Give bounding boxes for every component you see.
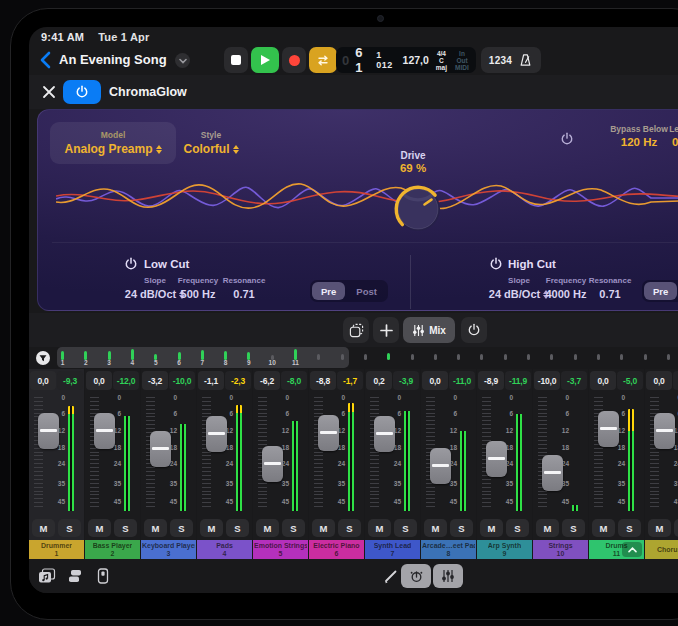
peak-level-value[interactable]: -12,0 [113,371,139,390]
volume-fader[interactable] [486,441,507,477]
volume-fader[interactable] [262,446,283,482]
stop-button[interactable] [224,47,248,73]
volume-fader[interactable] [94,413,115,449]
back-button[interactable] [37,50,55,70]
volume-value[interactable]: -8,9 [478,371,504,390]
volume-fader[interactable] [598,411,619,447]
volume-fader[interactable] [318,415,339,451]
channel-overview-strip[interactable]: 1234567891011 [29,347,678,369]
plugin-power-toggle[interactable] [63,80,101,104]
peak-level-value[interactable]: -8,0 [281,371,307,390]
song-menu-button[interactable] [175,53,190,68]
volume-value[interactable]: -6,2 [254,371,280,390]
solo-button[interactable]: S [450,519,473,537]
track-name-tile[interactable]: Electric Piano6 [309,540,364,559]
track-name-tile[interactable]: Arcade…eet Pad8 [421,540,476,559]
solo-button[interactable]: S [114,519,137,537]
filter-button[interactable] [32,348,54,368]
solo-button[interactable]: S [170,519,193,537]
duplicate-button[interactable] [343,317,369,343]
channel-strip[interactable]: -10,0-3,7061218243545MSStrings10 [533,369,588,559]
mute-button[interactable]: M [256,519,279,537]
edit-button[interactable] [381,566,401,586]
volume-value[interactable]: -3,2 [142,371,168,390]
metronome-icon[interactable] [518,53,533,68]
collapse-stack-button[interactable] [622,542,642,557]
peak-level-value[interactable]: -11,0 [449,371,475,390]
mix-mode-button[interactable]: Mix [403,317,455,343]
channel-strip[interactable]: -1,1-2,3061218243545MSPads4 [197,369,252,559]
channel-strip-button[interactable] [93,566,113,586]
mixer-power-button[interactable] [461,317,487,343]
level-control[interactable]: Level 0.0 [645,124,678,148]
add-track-button[interactable] [373,317,399,343]
track-name-tile[interactable]: Arp Synth9 [477,540,532,559]
peak-level-value[interactable]: -10,0 [169,371,195,390]
solo-button[interactable]: S [338,519,361,537]
volume-value[interactable]: 0,0 [422,371,448,390]
solo-button[interactable]: S [226,519,249,537]
volume-value[interactable]: 0,0 [30,371,56,390]
solo-button[interactable]: S [58,519,81,537]
peak-level-value[interactable]: -9,3 [57,371,83,390]
close-plugin-icon[interactable] [41,84,57,100]
channel-strip[interactable]: 0,0-5,0061218243545MSDrums11 [589,369,644,559]
channel-strip[interactable]: 0,0-12,0061218243545MSBass Player2 [85,369,140,559]
faders-view-button[interactable] [433,564,463,588]
song-title[interactable]: An Evening Song [59,52,167,67]
peak-level-value[interactable]: -2,3 [225,371,251,390]
low-cut-resonance[interactable]: Resonance 0.71 [216,276,272,300]
peak-level-value[interactable] [673,371,678,390]
mute-button[interactable]: M [480,519,503,537]
volume-value[interactable]: 0,2 [366,371,392,390]
controls-view-button[interactable] [401,564,431,588]
solo-button[interactable]: S [618,519,641,537]
volume-fader[interactable] [430,448,451,484]
mute-button[interactable]: M [536,519,559,537]
volume-value[interactable]: -1,1 [198,371,224,390]
mute-button[interactable]: M [312,519,335,537]
volume-fader[interactable] [542,455,563,491]
track-name-tile[interactable]: Chorus V [645,540,678,559]
volume-value[interactable]: -8,8 [310,371,336,390]
volume-value[interactable]: 0,0 [646,371,672,390]
drive-knob[interactable] [389,180,447,238]
count-in-button[interactable]: 1234 [489,55,512,66]
play-button[interactable] [251,47,279,73]
volume-fader[interactable] [150,431,171,467]
high-cut-resonance[interactable]: Resonance 0.71 [582,276,638,300]
mute-button[interactable]: M [368,519,391,537]
peak-level-value[interactable]: -1,7 [337,371,363,390]
library-button[interactable] [65,566,85,586]
mute-button[interactable]: M [88,519,111,537]
channel-strip[interactable]: 0,2-3,9061218243545MSSynth Lead7 [365,369,420,559]
solo-button[interactable]: S [506,519,529,537]
solo-button[interactable]: S [282,519,305,537]
track-name-tile[interactable]: Drummer1 [29,540,84,559]
loop-browser-button[interactable] [37,566,57,586]
mute-button[interactable]: M [32,519,55,537]
bypass-power-icon[interactable] [560,132,574,146]
volume-value[interactable]: 0,0 [590,371,616,390]
track-name-tile[interactable]: Bass Player2 [85,540,140,559]
channel-strip[interactable]: 0,0-9,3061218243545MSDrummer1 [29,369,84,559]
low-cut-pre-button[interactable]: Pre [312,282,345,300]
mute-button[interactable]: M [424,519,447,537]
mute-button[interactable]: M [200,519,223,537]
volume-fader[interactable] [38,413,59,449]
lcd-display[interactable]: 0 6 1 1 012 127,0 4/4 C maj In Out MIDI [336,47,476,73]
track-name-tile[interactable]: Keyboard Player3 [141,540,196,559]
cycle-button[interactable] [309,47,337,73]
solo-button[interactable]: S [562,519,585,537]
mute-button[interactable]: M [592,519,615,537]
channel-strip[interactable]: 0,0-11,0061218243545MSArcade…eet Pad8 [421,369,476,559]
volume-fader[interactable] [654,413,675,449]
track-name-tile[interactable]: Strings10 [533,540,588,559]
channel-strip[interactable]: -8,8-1,7061218243545MSElectric Piano6 [309,369,364,559]
channel-strip[interactable]: 0,0061218243545MSChorus V [645,369,678,559]
volume-fader[interactable] [374,416,395,452]
peak-level-value[interactable]: -5,0 [617,371,643,390]
peak-level-value[interactable]: -3,7 [561,371,587,390]
track-name-tile[interactable]: Drums11 [589,540,644,559]
solo-button[interactable]: S [394,519,417,537]
